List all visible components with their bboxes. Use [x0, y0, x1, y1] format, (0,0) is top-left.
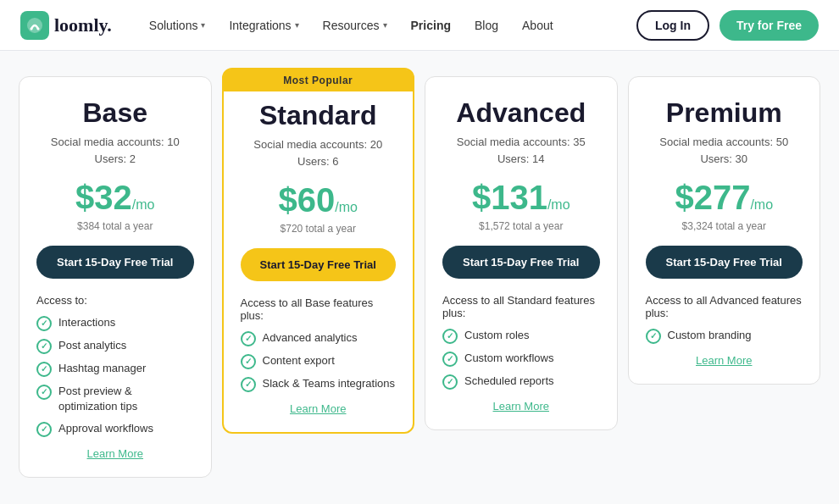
check-icon [241, 331, 256, 346]
plan-details: Social media accounts: 35Users: 14 [442, 134, 600, 167]
feature-item: Slack & Teams integrations [241, 376, 397, 392]
feature-item: Hashtag manager [36, 361, 194, 377]
main-content: BaseSocial media accounts: 10Users: 2 $3… [0, 51, 839, 504]
feature-item: Custom branding [646, 328, 803, 344]
features-label: Access to all Standard features plus: [442, 294, 600, 319]
price-amount: $32 [75, 179, 132, 216]
chevron-down-icon: ▾ [201, 20, 205, 30]
plan-name: Premium [646, 97, 803, 129]
feature-text: Advanced analytics [263, 330, 358, 346]
feature-text: Custom roles [464, 328, 530, 343]
chevron-down-icon: ▾ [295, 20, 299, 30]
logo-icon [20, 11, 49, 40]
plan-details: Social media accounts: 10Users: 2 [36, 134, 194, 167]
feature-text: Custom workflows [464, 351, 553, 366]
check-icon [36, 385, 52, 400]
feature-text: Post analytics [58, 338, 126, 353]
feature-text: Post preview & optimization tips [58, 384, 194, 414]
learn-more-link-base[interactable]: Learn More [36, 447, 194, 460]
feature-text: Interactions [58, 315, 115, 330]
nav-blog[interactable]: Blog [464, 12, 508, 39]
plan-name: Base [36, 97, 194, 129]
plan-price: $131/mo [442, 179, 600, 217]
price-period: /mo [547, 197, 570, 212]
nav-integrations[interactable]: Integrations ▾ [219, 12, 308, 39]
features-label: Access to: [36, 294, 194, 307]
price-annual: $384 total a year [36, 220, 194, 232]
check-icon [36, 339, 52, 354]
price-period: /mo [335, 200, 358, 214]
svg-point-2 [37, 27, 40, 30]
chevron-down-icon: ▾ [383, 20, 387, 30]
feature-item: Post preview & optimization tips [36, 384, 194, 414]
check-icon [36, 422, 52, 437]
login-button[interactable]: Log In [636, 10, 709, 41]
check-icon [442, 374, 458, 390]
feature-item: Advanced analytics [241, 330, 397, 346]
plan-price: $277/mo [646, 179, 803, 217]
logo-text: loomly. [54, 14, 112, 36]
feature-text: Scheduled reports [464, 374, 554, 389]
check-icon [36, 362, 52, 377]
nav-about[interactable]: About [512, 12, 564, 39]
plan-card-advanced: AdvancedSocial media accounts: 35Users: … [425, 76, 618, 430]
plan-card-base: BaseSocial media accounts: 10Users: 2 $3… [19, 76, 212, 478]
plan-name: Advanced [442, 97, 600, 129]
learn-more-link-standard[interactable]: Learn More [241, 402, 397, 415]
feature-text: Custom branding [668, 328, 752, 343]
check-icon [442, 352, 458, 367]
check-icon [442, 329, 458, 344]
price-amount: $60 [279, 181, 336, 219]
plan-price: $32/mo [36, 179, 194, 217]
try-button[interactable]: Try for Free [720, 10, 819, 41]
nav-solutions[interactable]: Solutions ▾ [139, 12, 216, 39]
features-label: Access to all Base features plus: [241, 296, 397, 322]
price-annual: $720 total a year [241, 223, 397, 235]
logo[interactable]: loomly. [20, 11, 112, 40]
feature-item: Custom roles [442, 328, 600, 344]
check-icon [646, 329, 661, 344]
nav-actions: Log In Try for Free [636, 10, 819, 41]
nav-links: Solutions ▾ Integrations ▾ Resources ▾ P… [139, 12, 636, 39]
nav-pricing[interactable]: Pricing [401, 12, 461, 39]
feature-item: Post analytics [36, 338, 194, 354]
check-icon [241, 354, 256, 369]
check-icon [36, 316, 52, 331]
price-annual: $1,572 total a year [442, 220, 600, 232]
check-icon [241, 377, 256, 392]
feature-item: Interactions [36, 315, 194, 331]
feature-text: Content export [263, 353, 335, 368]
feature-item: Scheduled reports [442, 374, 600, 390]
plan-price: $60/mo [241, 181, 397, 219]
learn-more-link-advanced[interactable]: Learn More [442, 400, 600, 413]
feature-item: Content export [241, 353, 397, 369]
plan-details: Social media accounts: 50Users: 30 [646, 134, 803, 167]
trial-button-advanced[interactable]: Start 15-Day Free Trial [442, 246, 600, 279]
popular-badge: Most Popular [224, 69, 414, 91]
price-amount: $277 [675, 179, 750, 216]
svg-point-1 [31, 27, 33, 30]
price-period: /mo [132, 197, 155, 212]
trial-button-premium[interactable]: Start 15-Day Free Trial [646, 246, 803, 279]
pricing-grid: BaseSocial media accounts: 10Users: 2 $3… [14, 68, 825, 486]
feature-item: Custom workflows [442, 351, 600, 367]
feature-text: Approval workflows [58, 421, 153, 436]
nav-resources[interactable]: Resources ▾ [313, 12, 397, 39]
price-period: /mo [750, 197, 773, 212]
feature-text: Hashtag manager [58, 361, 146, 376]
price-amount: $131 [472, 179, 547, 216]
navbar: loomly. Solutions ▾ Integrations ▾ Resou… [0, 0, 839, 51]
trial-button-base[interactable]: Start 15-Day Free Trial [36, 246, 194, 279]
feature-text: Slack & Teams integrations [263, 376, 396, 391]
trial-button-standard[interactable]: Start 15-Day Free Trial [241, 248, 397, 281]
feature-item: Approval workflows [36, 421, 194, 437]
price-annual: $3,324 total a year [646, 220, 803, 232]
plan-card-premium: PremiumSocial media accounts: 50Users: 3… [628, 76, 821, 385]
plan-name: Standard [241, 100, 397, 131]
plan-card-standard: Most PopularStandardSocial media account… [222, 68, 415, 434]
plan-details: Social media accounts: 20Users: 6 [241, 136, 397, 169]
learn-more-link-premium[interactable]: Learn More [646, 354, 803, 367]
features-label: Access to all Advanced features plus: [646, 294, 803, 319]
